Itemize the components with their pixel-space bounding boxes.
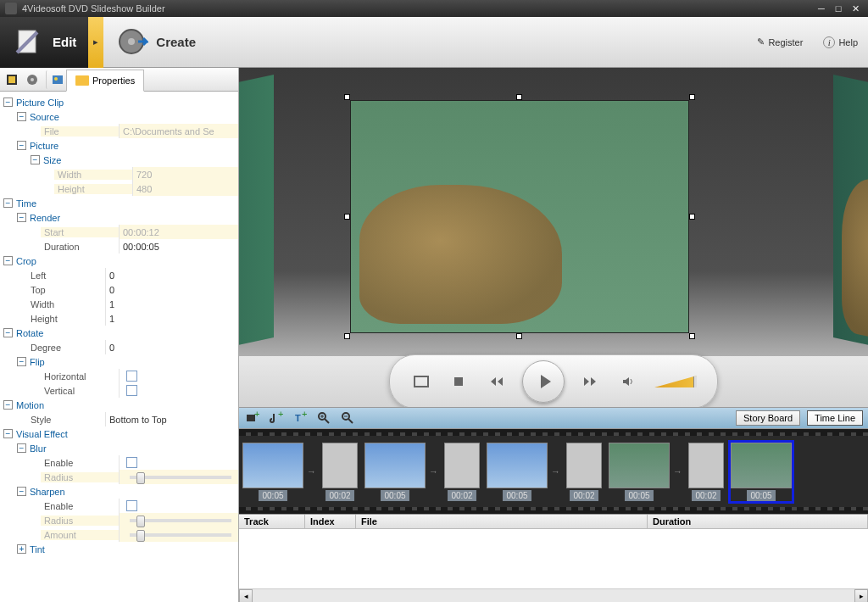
storyboard[interactable]: 00:05 → 00:02 00:05 → 00:02 00:05 → 00:0… bbox=[239, 429, 868, 514]
blur-enable-checkbox[interactable] bbox=[126, 457, 137, 468]
svg-text:+: + bbox=[254, 411, 259, 419]
help-label: Help bbox=[838, 37, 858, 47]
group-picture-clip: Picture Clip bbox=[16, 98, 64, 108]
fullscreen-button[interactable] bbox=[410, 371, 432, 393]
collapse-toggle[interactable]: − bbox=[17, 141, 26, 150]
image-tab-icon[interactable] bbox=[46, 70, 64, 89]
timeline-toggle[interactable]: Time Line bbox=[807, 410, 863, 426]
prop-degree-value[interactable]: 0 bbox=[105, 340, 238, 354]
prop-style-value[interactable]: Bottom to Top bbox=[105, 412, 238, 426]
prop-duration-label: Duration bbox=[41, 242, 119, 252]
expand-toggle[interactable]: + bbox=[17, 544, 26, 554]
prop-duration-value[interactable]: 00:00:05 bbox=[119, 239, 238, 254]
help-link[interactable]: i Help bbox=[813, 36, 868, 48]
sharpen-enable-checkbox[interactable] bbox=[126, 500, 137, 511]
collapse-toggle[interactable]: − bbox=[3, 328, 13, 337]
resize-handle[interactable] bbox=[344, 94, 350, 100]
storyboard-clip[interactable]: 00:05 bbox=[364, 443, 426, 501]
resize-handle[interactable] bbox=[516, 94, 522, 100]
collapse-toggle[interactable]: − bbox=[17, 213, 26, 222]
svg-text:+: + bbox=[302, 411, 307, 419]
register-link[interactable]: ✎ Register bbox=[747, 36, 813, 47]
blur-radius-slider[interactable] bbox=[130, 476, 231, 479]
add-text-icon[interactable]: T+ bbox=[292, 410, 309, 426]
resize-handle[interactable] bbox=[689, 333, 695, 339]
flip-h-checkbox[interactable] bbox=[126, 371, 137, 382]
film-tab-icon[interactable] bbox=[3, 70, 21, 89]
tab-edit[interactable]: Edit bbox=[0, 17, 88, 68]
preview-next-slide bbox=[833, 75, 868, 365]
prop-crop-width-label: Width bbox=[27, 299, 105, 309]
prop-flip-v-label: Vertical bbox=[41, 386, 119, 396]
collapse-toggle[interactable]: − bbox=[3, 256, 13, 265]
play-button[interactable] bbox=[522, 360, 565, 403]
group-time: Time bbox=[16, 198, 36, 209]
storyboard-transition[interactable]: 00:02 bbox=[322, 443, 358, 501]
resize-handle[interactable] bbox=[689, 214, 695, 220]
prop-crop-width-value[interactable]: 1 bbox=[105, 297, 238, 311]
disc-tab-icon[interactable] bbox=[23, 70, 42, 89]
storyboard-transition[interactable]: 00:02 bbox=[688, 443, 724, 501]
group-motion: Motion bbox=[16, 400, 44, 410]
right-area: + + T+ Story Board Time Line 00:05 → 00:… bbox=[239, 68, 868, 602]
add-audio-icon[interactable]: + bbox=[268, 410, 285, 426]
storyboard-transition[interactable]: 00:02 bbox=[566, 443, 602, 501]
collapse-toggle[interactable]: − bbox=[3, 400, 13, 410]
svg-line-17 bbox=[325, 419, 329, 423]
close-button[interactable]: ✕ bbox=[848, 3, 863, 14]
storyboard-clip[interactable]: 00:05 bbox=[487, 443, 548, 501]
resize-handle[interactable] bbox=[689, 94, 695, 100]
collapse-toggle[interactable]: − bbox=[17, 487, 26, 496]
volume-icon[interactable] bbox=[617, 371, 639, 393]
storyboard-clip[interactable]: 00:05 bbox=[609, 443, 670, 501]
properties-tab[interactable]: Properties bbox=[66, 70, 144, 92]
col-duration[interactable]: Duration bbox=[648, 515, 868, 528]
prev-button[interactable] bbox=[485, 371, 507, 393]
zoom-out-icon[interactable] bbox=[339, 410, 356, 426]
resize-handle[interactable] bbox=[344, 214, 350, 220]
storyboard-clip-active[interactable]: 00:05 bbox=[731, 443, 792, 501]
volume-slider[interactable] bbox=[654, 376, 697, 387]
resize-handle[interactable] bbox=[344, 333, 350, 339]
preview-stage bbox=[239, 68, 868, 407]
storyboard-toggle[interactable]: Story Board bbox=[736, 410, 800, 426]
col-track[interactable]: Track bbox=[239, 515, 305, 528]
prop-blur-enable-label: Enable bbox=[41, 458, 119, 468]
collapse-toggle[interactable]: − bbox=[3, 429, 13, 438]
maximize-button[interactable]: □ bbox=[831, 3, 846, 14]
scroll-right-icon[interactable]: ▸ bbox=[854, 589, 868, 603]
prop-crop-top-label: Top bbox=[27, 285, 105, 295]
prop-crop-height-value[interactable]: 1 bbox=[105, 311, 238, 326]
properties-tree[interactable]: −Picture Clip −Source FileC:\Documents a… bbox=[0, 92, 238, 602]
col-index[interactable]: Index bbox=[305, 515, 356, 528]
collapse-toggle[interactable]: − bbox=[17, 443, 26, 453]
storyboard-transition[interactable]: 00:02 bbox=[444, 443, 480, 501]
next-button[interactable] bbox=[580, 371, 602, 393]
collapse-toggle[interactable]: − bbox=[17, 112, 26, 121]
tab-create[interactable]: Create bbox=[103, 17, 208, 68]
sharpen-amount-slider[interactable] bbox=[130, 533, 231, 537]
flip-v-checkbox[interactable] bbox=[126, 385, 137, 396]
scroll-left-icon[interactable]: ◂ bbox=[239, 589, 253, 603]
sharpen-radius-slider[interactable] bbox=[130, 519, 231, 522]
preview-current-slide[interactable] bbox=[350, 100, 689, 333]
resize-handle[interactable] bbox=[516, 333, 522, 339]
prop-crop-left-value[interactable]: 0 bbox=[105, 268, 238, 282]
collapse-toggle[interactable]: − bbox=[31, 155, 40, 164]
prop-crop-top-value[interactable]: 0 bbox=[105, 282, 238, 297]
horizontal-scrollbar[interactable]: ◂ ▸ bbox=[239, 588, 868, 602]
collapse-toggle[interactable]: − bbox=[3, 98, 13, 107]
collapse-toggle[interactable]: − bbox=[3, 198, 13, 208]
properties-tab-label: Properties bbox=[92, 75, 135, 86]
minimize-button[interactable]: ─ bbox=[814, 3, 829, 14]
stop-button[interactable] bbox=[448, 371, 470, 393]
prop-file-value[interactable]: C:\Documents and Se bbox=[119, 124, 238, 138]
track-body[interactable] bbox=[239, 529, 868, 588]
prop-sharpen-enable-label: Enable bbox=[41, 501, 119, 511]
add-video-icon[interactable]: + bbox=[244, 410, 261, 426]
storyboard-clip[interactable]: 00:05 bbox=[242, 443, 303, 501]
collapse-toggle[interactable]: − bbox=[17, 357, 26, 366]
zoom-in-icon[interactable] bbox=[315, 410, 332, 426]
left-panel: Properties −Picture Clip −Source FileC:\… bbox=[0, 68, 239, 602]
col-file[interactable]: File bbox=[356, 515, 648, 528]
